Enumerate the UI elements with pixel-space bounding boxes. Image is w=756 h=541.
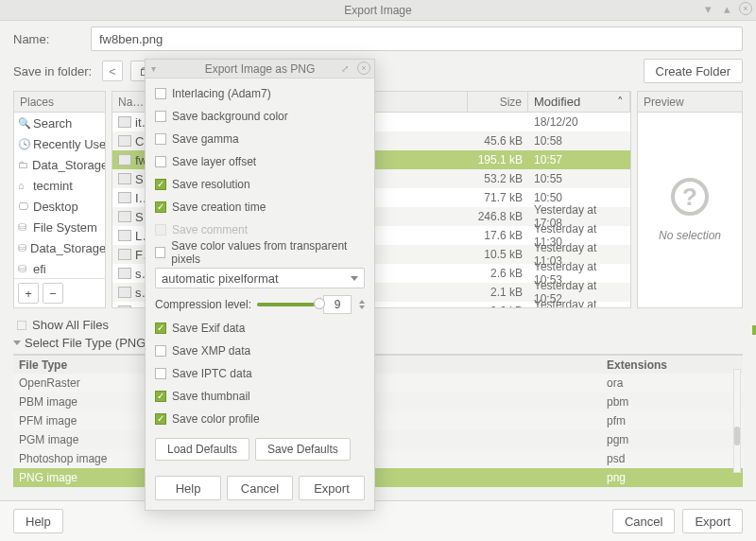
save-comment-checkbox: Save comment — [155, 220, 365, 239]
save-gamma-checkbox[interactable]: Save gamma — [155, 130, 365, 148]
filetype-ext: pfm — [601, 414, 743, 428]
dialog-export-button[interactable]: Export — [299, 476, 365, 500]
filetype-ext: pgm — [601, 433, 743, 446]
place-item[interactable]: ⛁efi — [14, 258, 105, 278]
pixelformat-value: automatic pixelformat — [162, 271, 279, 286]
main-cancel-button[interactable]: Cancel — [612, 509, 675, 533]
drive-icon: ⛁ — [18, 221, 29, 234]
places-header: Places — [14, 92, 105, 113]
dialog-titlebar: ▾ Export Image as PNG ⤢ × — [146, 60, 374, 79]
save-resolution-checkbox[interactable]: Save resolution — [155, 175, 365, 194]
maximize-icon[interactable]: ▴ — [720, 2, 733, 15]
drive-icon: ⛁ — [18, 242, 26, 254]
side-indicator — [752, 325, 756, 335]
sort-asc-icon: ˄ — [617, 95, 624, 109]
filetype-row[interactable]: PGM imagepgm — [13, 430, 743, 449]
thumbnail-icon — [118, 230, 131, 241]
folder-icon: 🗀 — [18, 159, 28, 170]
spin-down-icon[interactable] — [359, 305, 365, 309]
pixelformat-select[interactable]: automatic pixelformat — [155, 268, 365, 288]
file-size: 246.8 kB — [468, 210, 528, 223]
save-defaults-button[interactable]: Save Defaults — [255, 438, 351, 461]
save-trans-checkbox[interactable]: Save color values from transparent pixel… — [155, 243, 365, 262]
show-all-files-checkbox[interactable]: Show All Files — [13, 316, 743, 332]
desktop-icon: 🖵 — [18, 201, 29, 212]
compression-slider[interactable] — [257, 303, 318, 306]
dialog-maximize-icon[interactable]: ⤢ — [338, 61, 352, 75]
place-label: Data_Storage — [30, 241, 105, 255]
thumbnail-icon — [118, 173, 131, 184]
png-options-dialog: ▾ Export Image as PNG ⤢ × Interlacing (A… — [145, 59, 375, 511]
place-item[interactable]: ⌂tecmint — [14, 175, 105, 196]
show-all-label: Show All Files — [32, 318, 109, 332]
save-xmp-checkbox[interactable]: Save XMP data — [155, 341, 365, 360]
file-modified: 10:55 — [528, 172, 630, 185]
save-bg-checkbox[interactable]: Save background color — [155, 107, 365, 126]
place-label: tecmint — [33, 179, 73, 193]
places-panel: Places 🔍Search🕓Recently Used🗀Data_Storag… — [13, 91, 106, 308]
minimize-icon[interactable]: ▾ — [701, 2, 714, 15]
filename-input[interactable] — [91, 26, 743, 51]
save-profile-checkbox[interactable]: Save color profile — [155, 410, 365, 428]
recent-icon: 🕓 — [18, 138, 29, 150]
search-icon: 🔍 — [18, 117, 29, 130]
compression-spin[interactable]: 9 — [323, 295, 352, 314]
col-size[interactable]: Size — [468, 92, 528, 112]
file-size: 45.6 kB — [468, 134, 528, 148]
thumbnail-icon — [118, 154, 131, 166]
dialog-cancel-button[interactable]: Cancel — [227, 476, 293, 500]
load-defaults-button[interactable]: Load Defaults — [155, 438, 249, 461]
thumbnail-icon — [118, 135, 131, 147]
filetype-row[interactable]: PBM imagepbm — [13, 393, 743, 411]
main-help-button[interactable]: Help — [13, 509, 63, 533]
thumbnail-icon — [118, 305, 131, 308]
filetype-ext: psd — [601, 452, 743, 465]
place-item[interactable]: 🗀Data_Storage — [14, 154, 105, 175]
file-size: 9.6 kB — [468, 305, 528, 308]
places-add-button[interactable]: + — [18, 283, 39, 304]
create-folder-button[interactable]: Create Folder — [644, 59, 743, 83]
filetype-row[interactable]: PFM imagepfm — [13, 411, 743, 430]
main-titlebar: Export Image ▾ ▴ × — [0, 0, 756, 21]
filetype-expander[interactable]: Select File Type (PNG i… — [13, 332, 743, 354]
dialog-help-button[interactable]: Help — [155, 476, 221, 500]
file-modified: Yesterday at 10:49 — [528, 298, 630, 308]
place-item[interactable]: ⛁Data_Storage — [14, 237, 105, 258]
chevron-down-icon — [13, 340, 21, 345]
save-exif-checkbox[interactable]: Save Exif data — [155, 319, 365, 338]
thumbnail-icon — [118, 192, 131, 203]
file-size: 2.1 kB — [468, 286, 528, 299]
save-iptc-checkbox[interactable]: Save IPTC data — [155, 364, 365, 383]
filetype-row[interactable]: OpenRasterora — [13, 374, 743, 393]
place-item[interactable]: 🖵Desktop — [14, 196, 105, 217]
window-title: Export Image — [344, 4, 411, 17]
filetype-row[interactable]: Photoshop imagepsd — [13, 449, 743, 468]
main-export-button[interactable]: Export — [682, 509, 743, 533]
places-remove-button[interactable]: − — [43, 283, 63, 304]
save-in-label: Save in folder: — [13, 64, 94, 79]
save-thumb-checkbox[interactable]: Save thumbnail — [155, 387, 365, 406]
col-modified[interactable]: Modified ˄ — [528, 92, 630, 112]
filetype-col-ext[interactable]: Extensions — [601, 356, 743, 374]
filetype-scrollbar[interactable] — [733, 369, 741, 473]
filetype-row[interactable]: PNG imagepng — [13, 468, 743, 487]
thumbnail-icon — [118, 211, 131, 222]
filetype-ext: png — [601, 471, 743, 484]
filetype-expander-label: Select File Type (PNG i… — [25, 336, 164, 350]
chevron-down-icon[interactable]: ▾ — [151, 63, 156, 74]
place-label: Recently Used — [33, 137, 105, 151]
spin-up-icon[interactable] — [359, 300, 365, 304]
path-back-button[interactable]: < — [102, 61, 123, 81]
place-item[interactable]: 🕓Recently Used — [14, 133, 105, 154]
save-ctime-checkbox[interactable]: Save creation time — [155, 198, 365, 217]
home-icon: ⌂ — [18, 180, 29, 191]
close-icon[interactable]: × — [739, 2, 752, 15]
save-layer-offset-checkbox[interactable]: Save layer offset — [155, 152, 365, 171]
place-item[interactable]: 🔍Search — [14, 113, 105, 133]
filetype-ext: ora — [601, 376, 743, 390]
file-modified: 18/12/20 — [528, 115, 630, 129]
interlacing-checkbox[interactable]: Interlacing (Adam7) — [155, 84, 365, 103]
dialog-close-icon[interactable]: × — [357, 61, 370, 75]
filetype-table: File Type Extensions OpenRasteroraPBM im… — [13, 354, 743, 487]
place-item[interactable]: ⛁File System — [14, 217, 105, 237]
